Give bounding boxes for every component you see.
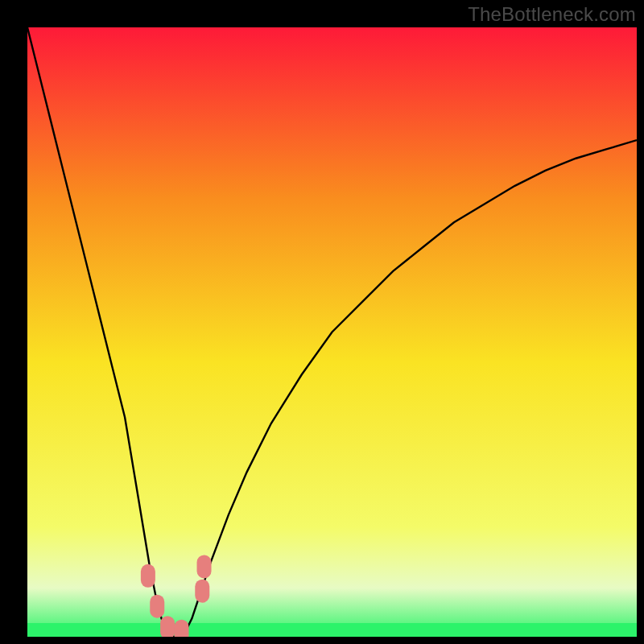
curve-marker bbox=[160, 616, 175, 637]
curve-marker bbox=[175, 620, 189, 637]
curve-marker bbox=[150, 595, 164, 618]
watermark-text: TheBottleneck.com bbox=[468, 3, 636, 26]
outer-frame: TheBottleneck.com bbox=[0, 0, 644, 644]
curve-marker bbox=[141, 564, 155, 588]
green-baseline-band bbox=[27, 623, 637, 637]
curve-marker bbox=[195, 580, 209, 603]
plot-area bbox=[27, 27, 637, 637]
curve-marker bbox=[197, 555, 212, 578]
chart-svg bbox=[27, 27, 637, 637]
